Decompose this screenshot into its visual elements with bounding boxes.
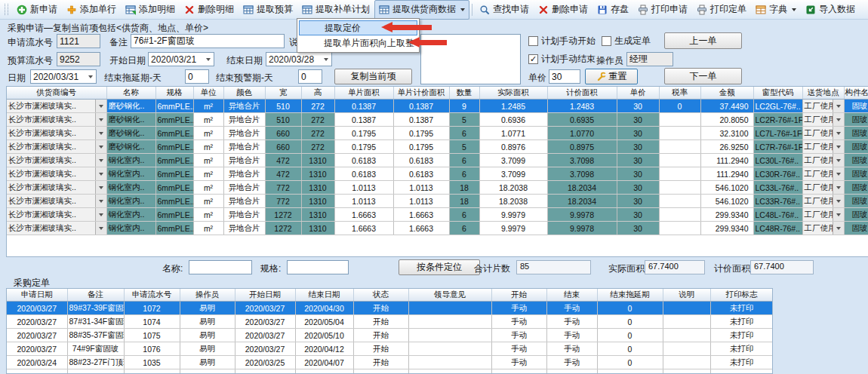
table-cell[interactable]: 2020/04/07 [295,356,353,369]
table-cell[interactable] [295,369,353,374]
table-cell[interactable]: 0.1795 [334,140,393,154]
table-cell[interactable]: 772 [265,195,301,208]
checkbox-icon[interactable] [528,36,538,46]
table-cell[interactable]: 开始 [353,342,408,356]
table-cell[interactable]: LC30R-76#.. [753,167,802,181]
table-cell[interactable]: 未打印 [710,315,773,329]
table-cell[interactable]: 30 [617,113,659,127]
table-cell[interactable]: 固玻 [844,222,868,235]
table-cell[interactable] [408,302,491,315]
table-cell[interactable]: 异地合片 [223,154,265,167]
table-cell[interactable]: 异地合片 [223,195,265,208]
table-cell[interactable]: 2020/03/27 [7,342,67,356]
table-row[interactable]: 长沙市潇湘玻璃实..磨砂钢化..6mmPLE..m²异地合片6602720.17… [7,127,868,140]
table-cell[interactable] [659,167,700,181]
toolbar-button-7[interactable]: 提取供货商数据 [374,0,469,20]
toolbar-button-10[interactable]: 存盘 [593,0,633,20]
table-cell[interactable]: 易明 [180,329,235,342]
table-cell[interactable]: m² [193,208,223,222]
table-cell[interactable]: 手动 [491,329,546,342]
table-cell[interactable]: 6 [449,127,479,140]
table-cell[interactable]: 0.6935 [547,113,617,127]
table-cell[interactable]: 1.6663 [334,222,393,235]
chevron-down-icon[interactable] [95,208,106,221]
chevron-down-icon[interactable] [95,127,106,139]
combo-cell[interactable]: 长沙市潇湘玻璃实.. [7,100,106,113]
table-cell[interactable]: 手动 [546,329,597,342]
table-cell[interactable] [408,329,491,342]
table-cell[interactable]: 3.7098 [547,154,617,167]
table-cell[interactable]: 2020/04/30 [295,302,353,315]
table-cell[interactable] [663,342,710,356]
table-cell[interactable]: 6mmPLE.. [155,140,193,154]
table-cell[interactable] [663,315,710,329]
table-cell[interactable] [597,369,663,374]
table-cell[interactable]: m² [193,113,223,127]
table-cell[interactable]: m² [193,195,223,208]
table-cell[interactable]: 18.2038 [479,195,547,208]
table-cell[interactable]: 0.1795 [393,127,449,140]
table-cell[interactable]: 磨砂钢化.. [106,127,155,140]
table-row[interactable]: 长沙市潇湘玻璃实..钢化室内..6mmPLE..m²异地合片77213101.0… [7,195,868,208]
toolbar-button-4[interactable]: 删除明细 [180,0,239,20]
table-cell[interactable]: 固玻 [844,195,868,208]
table-cell[interactable] [659,127,700,140]
table-cell[interactable]: 0.6183 [393,154,449,167]
table-cell[interactable]: LC2GL-76#.. [753,100,802,113]
table-cell[interactable]: 未打印 [710,302,773,315]
table-cell[interactable]: 0.8976 [479,140,547,154]
table-cell[interactable]: 6mmPLE.. [155,113,193,127]
combo-cell[interactable]: 工厂使用 [802,113,844,127]
table-cell[interactable]: 30 [617,208,659,222]
column-header[interactable]: 领导意见 [408,289,491,302]
table-cell[interactable]: 开始 [353,329,408,342]
locate-by-condition-button[interactable]: 按条件定位 [399,259,480,275]
table-cell[interactable]: 1.0113 [334,181,393,195]
chevron-down-icon[interactable] [95,222,106,235]
table-cell[interactable] [659,181,700,195]
table-cell[interactable]: 0 [659,100,700,113]
table-cell[interactable]: 6mmPLE.. [155,208,193,222]
toolbar-button-11[interactable]: 打印申请 [633,0,692,20]
table-cell[interactable]: m² [193,127,223,140]
table-cell[interactable]: 546.1020 [700,195,753,208]
table-cell[interactable]: LC30L-76#.. [753,154,802,167]
chevron-down-icon[interactable] [95,100,106,112]
table-cell[interactable]: 272 [301,113,334,127]
table-cell[interactable]: 88#35-37F窗固玻 [67,329,124,342]
table-cell[interactable]: 2020/04/12 [295,342,353,356]
combo-cell[interactable]: 长沙市潇湘玻璃实.. [7,181,106,195]
table-cell[interactable]: 0.6183 [334,154,393,167]
checkbox-icon[interactable] [602,36,611,46]
table-cell[interactable] [408,315,491,329]
table-cell[interactable]: 固玻 [844,208,868,222]
toolbar-button-12[interactable]: 打印定单 [692,0,751,20]
table-cell[interactable]: 2020/03/27 [7,329,67,342]
table-cell[interactable] [663,329,710,342]
table-cell[interactable]: 26.9250 [700,140,753,154]
table-cell[interactable]: 6mmPLE.. [155,195,193,208]
table-cell[interactable]: 472 [265,154,301,167]
table-cell[interactable]: 9.9978 [547,222,617,235]
table-cell[interactable] [659,195,700,208]
chevron-down-icon[interactable] [833,181,844,194]
table-cell[interactable]: 未打印 [710,342,773,356]
table-cell[interactable]: 手动 [546,356,597,369]
column-header[interactable]: 构件名称 [844,87,868,100]
table-cell[interactable]: 2020/03/27 [7,315,67,329]
table-cell[interactable]: 272 [301,127,334,140]
table-cell[interactable]: 1310 [301,195,334,208]
combo-cell[interactable]: 长沙市潇湘玻璃实.. [7,127,106,140]
table-cell[interactable]: 510 [265,113,301,127]
table-cell[interactable]: 111.2940 [700,154,753,167]
table-cell[interactable]: 1.0770 [547,127,617,140]
serial-field[interactable] [57,34,100,48]
plan-manual-end-checkbox[interactable]: ✓ 计划手动结束 [528,53,596,66]
table-cell[interactable]: 3.7098 [547,167,617,181]
table-cell[interactable]: 1310 [301,222,334,235]
table-cell[interactable]: 30 [617,100,659,113]
toolbar-button-2[interactable]: 添加单行 [62,0,121,20]
chevron-down-icon[interactable] [833,222,844,235]
table-cell[interactable]: 开始 [353,302,408,315]
table-cell[interactable]: 1.0771 [479,127,547,140]
